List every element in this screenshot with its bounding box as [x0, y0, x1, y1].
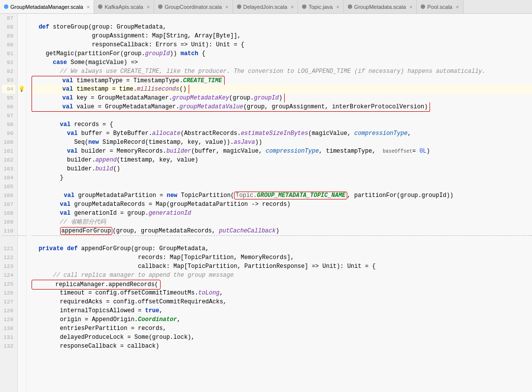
line-number: 131	[2, 333, 15, 342]
line-number: 94	[2, 85, 15, 94]
code-line: getMagic(partitionFor(group.groupId)) ma…	[32, 49, 532, 58]
gutter-cell	[18, 147, 26, 156]
line-number: 91	[2, 49, 15, 58]
bulb-icon[interactable]: 💡	[18, 85, 25, 94]
gutter-cell	[18, 40, 26, 49]
tab-icon	[302, 4, 306, 9]
gutter: 💡	[18, 14, 27, 392]
tab-close[interactable]: ×	[147, 4, 150, 10]
line-number: 87	[2, 14, 15, 23]
code-line: responseCallback: Errors => Unit): Unit …	[32, 40, 532, 49]
gutter-cell	[18, 138, 26, 147]
line-number: 97	[2, 111, 15, 120]
line-number: 92	[2, 58, 15, 67]
line-number: 102	[2, 156, 15, 164]
tab-tab2[interactable]: KafkaApis.scala×	[94, 0, 154, 13]
editor-container: 8788899091929293949596979899100101102103…	[0, 14, 532, 392]
code-line: val timestampType = TimestampType.CREATE…	[32, 76, 532, 85]
tab-label: Topic.java	[308, 4, 332, 10]
line-number: 101	[2, 147, 15, 156]
code-line: builder.append(timestamp, key, value)	[32, 156, 532, 164]
line-number: 107	[2, 200, 15, 209]
tab-label: GroupCoordinator.scala	[165, 4, 222, 10]
gutter-cell	[18, 333, 26, 342]
code-line	[32, 14, 532, 23]
gutter-cell	[18, 297, 26, 306]
code-line: val builder = MemoryRecords.builder(buff…	[32, 147, 532, 156]
gutter-cell	[18, 227, 26, 235]
gutter-cell	[18, 129, 26, 138]
line-number: 93	[2, 76, 15, 85]
code-line: private def appendForGroup(group: GroupM…	[32, 244, 532, 253]
tab-tab6[interactable]: GroupMetadata.scala×	[344, 0, 417, 13]
tab-label: GroupMetadata.scala	[354, 4, 406, 10]
code-line: case Some(magicValue) =>	[32, 58, 532, 67]
tab-icon	[348, 4, 352, 9]
tab-tab5[interactable]: Topic.java×	[298, 0, 343, 13]
line-numbers: 8788899091929293949596979899100101102103…	[0, 14, 18, 392]
gutter-cell	[18, 23, 26, 32]
line-number: 106	[2, 191, 15, 200]
line-number: 129	[2, 315, 15, 324]
gutter-cell	[18, 67, 26, 76]
gutter-cell	[18, 14, 26, 23]
line-number: 122	[2, 253, 15, 262]
tab-tab7[interactable]: Pool.scala×	[417, 0, 463, 13]
gutter-cell: 💡	[18, 85, 26, 94]
code-line: val key = GroupMetadataManager.groupMeta…	[32, 94, 532, 102]
tab-icon	[421, 4, 425, 9]
code-line: // call replica manager to append the gr…	[32, 271, 532, 280]
tab-tab4[interactable]: DelayedJoin.scala×	[233, 0, 299, 13]
gutter-cell	[18, 182, 26, 191]
code-line: val groupMetadataRecords = Map(groupMeta…	[32, 200, 532, 209]
line-number: 130	[2, 324, 15, 333]
gutter-cell	[18, 342, 26, 351]
line-number: 124	[2, 271, 15, 280]
line-number: 121	[2, 244, 15, 253]
line-number: 125	[2, 280, 15, 289]
line-number: 96	[2, 102, 15, 111]
tab-tab3[interactable]: GroupCoordinator.scala×	[154, 0, 233, 13]
tab-close[interactable]: ×	[409, 4, 412, 10]
gutter-cell	[18, 111, 26, 120]
tab-label: GroupMetadataManager.scala	[10, 4, 83, 10]
gutter-cell	[18, 32, 26, 40]
code-line: replicaManager.appendRecords(	[32, 280, 532, 289]
tab-close[interactable]: ×	[456, 4, 459, 10]
tab-icon	[237, 4, 241, 9]
code-line: val groupMetadataPartition = new TopicPa…	[32, 191, 532, 200]
tab-close[interactable]: ×	[336, 4, 339, 10]
gutter-cell	[18, 280, 26, 289]
line-number: 104	[2, 173, 15, 182]
tab-bar: GroupMetadataManager.scala×KafkaApis.sca…	[0, 0, 532, 14]
code-line: val value = GroupMetadataManager.groupMe…	[32, 102, 532, 111]
line-number: 92	[2, 67, 15, 76]
code-line: def storeGroup(group: GroupMetadata,	[32, 23, 532, 32]
tab-close[interactable]: ×	[291, 4, 294, 10]
tab-icon	[4, 4, 8, 9]
tab-close[interactable]: ×	[87, 4, 90, 10]
code-line: val records = {	[32, 120, 532, 129]
tab-tab1[interactable]: GroupMetadataManager.scala×	[0, 0, 94, 13]
code-line	[32, 111, 532, 120]
line-number: 98	[2, 120, 15, 129]
code-line: val timestamp = time.milliseconds()	[32, 85, 532, 94]
line-number: 103	[2, 164, 15, 173]
code-line	[32, 182, 532, 191]
gutter-cell	[18, 306, 26, 315]
line-number: 109	[2, 218, 15, 227]
tab-close[interactable]: ×	[225, 4, 228, 10]
gutter-cell	[18, 244, 26, 253]
code-area: def storeGroup(group: GroupMetadata, gro…	[27, 14, 532, 392]
gutter-cell	[18, 120, 26, 129]
code-line: origin = AppendOrigin.Coordinator,	[32, 315, 532, 324]
gutter-cell	[18, 191, 26, 200]
gutter-cell	[18, 315, 26, 324]
gutter-cell	[18, 200, 26, 209]
line-number: 88	[2, 23, 15, 32]
code-line: requiredAcks = config.offsetCommitRequir…	[32, 297, 532, 306]
line-number: 110	[2, 227, 15, 235]
line-number: 90	[2, 40, 15, 49]
code-line: internalTopicsAllowed = true,	[32, 306, 532, 315]
gutter-cell	[18, 49, 26, 58]
